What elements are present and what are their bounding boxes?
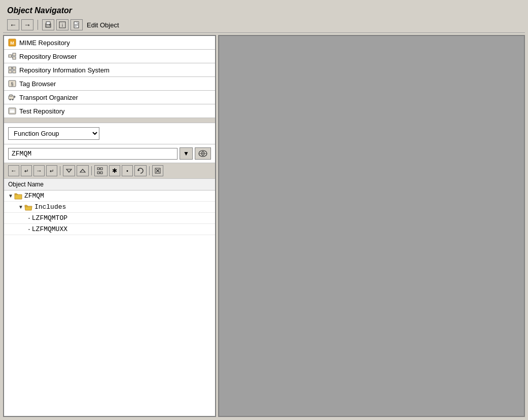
display-object-icon: [198, 149, 207, 158]
forward-button[interactable]: →: [21, 19, 33, 30]
svg-rect-41: [100, 168, 102, 170]
toolbar-separator-1: [38, 20, 38, 30]
svg-marker-46: [138, 169, 140, 171]
svg-rect-40: [97, 168, 99, 170]
edit-object-label: Edit Object: [87, 21, 119, 29]
sec-asterisk-button[interactable]: ✱: [109, 165, 120, 176]
dropdown-arrow-button[interactable]: ▼: [180, 147, 193, 160]
display-object-button[interactable]: [195, 147, 211, 160]
tree-root-label: ZFMQM: [24, 192, 44, 200]
tree-row[interactable]: ▼ ZFMQM: [4, 190, 215, 202]
tree-bullet-1: •: [28, 216, 30, 220]
sec-forward-enter-button[interactable]: ↵: [46, 165, 57, 176]
svg-rect-12: [9, 55, 12, 57]
svg-marker-38: [66, 169, 72, 172]
svg-marker-39: [80, 169, 85, 172]
page-title: Object Navigator: [7, 6, 72, 15]
search-input[interactable]: [8, 148, 178, 160]
tag-browser-icon: §: [8, 80, 16, 88]
sec-separator-2: [91, 166, 92, 175]
nav-item-repo-browser[interactable]: Repository Browser: [4, 50, 215, 63]
svg-rect-1: [46, 22, 50, 24]
sec-forward-button[interactable]: →: [33, 165, 45, 176]
content-area: M MIME Repository Repository Browser: [3, 35, 525, 417]
tree-toggle-root: ▼: [8, 193, 13, 199]
edit-object-icon-button[interactable]: [71, 19, 83, 30]
test-repo-icon: [8, 107, 16, 115]
close-icon: [155, 168, 161, 174]
nav-repo-browser-label: Repository Browser: [19, 53, 77, 60]
svg-point-27: [12, 99, 14, 100]
svg-text:M: M: [10, 41, 14, 46]
svg-rect-25: [10, 95, 12, 96]
sec-refresh-button[interactable]: [134, 165, 147, 176]
expand-icon: [79, 168, 86, 174]
title-bar: Object Navigator: [3, 3, 525, 17]
main-toolbar: ← → i: [3, 17, 525, 33]
tree-row[interactable]: • LZFMQMUXX: [4, 224, 215, 235]
svg-rect-19: [9, 70, 12, 73]
svg-text:S: S: [11, 66, 14, 70]
svg-rect-14: [13, 57, 16, 59]
tree-header-label: Object Name: [8, 181, 44, 188]
svg-rect-42: [97, 172, 99, 174]
tree-area: Object Name ▼ ZFMQM ▼: [4, 179, 215, 416]
sec-tree-button[interactable]: [94, 165, 108, 176]
nav-mime-label: MIME Repository: [19, 39, 70, 47]
svg-rect-20: [13, 70, 16, 73]
svg-rect-2: [46, 25, 50, 27]
folder-icon: [14, 192, 22, 200]
nav-item-repo-info[interactable]: S Repository Information System: [4, 63, 215, 77]
sec-expand-button[interactable]: [77, 165, 89, 176]
tree-lzfmqmuxx-label: LZFMQMUXX: [32, 225, 67, 233]
sec-separator-1: [60, 166, 60, 175]
sec-collapse-button[interactable]: [63, 165, 75, 176]
svg-text:§: §: [11, 81, 13, 86]
right-panel: [218, 35, 525, 417]
nav-tag-browser-label: Tag Browser: [19, 80, 56, 88]
repo-info-icon: S: [8, 66, 16, 74]
repo-browser-icon: [8, 52, 16, 60]
info-button[interactable]: i: [56, 19, 68, 30]
tree-bullet-2: •: [28, 227, 30, 232]
folder-open-icon: [24, 203, 32, 211]
nav-item-transport[interactable]: Transport Organizer: [4, 91, 215, 104]
tree-header: Object Name: [4, 179, 215, 190]
input-area: ▼: [4, 144, 215, 163]
sec-separator-3: [149, 166, 150, 175]
nav-item-tag-browser[interactable]: § Tag Browser: [4, 77, 215, 91]
main-container: Object Navigator ← → i: [0, 0, 528, 420]
back-button[interactable]: ←: [7, 19, 19, 30]
section-gap: [4, 118, 215, 123]
collapse-icon: [65, 168, 73, 174]
tree-row[interactable]: • LZFMQMTOP: [4, 213, 215, 224]
svg-text:i: i: [62, 23, 63, 28]
tree-empty-space: [4, 235, 215, 336]
dropdown-area: Function Group Program Class Interface T…: [4, 123, 215, 144]
tree-row[interactable]: ▼ Includes: [4, 202, 215, 213]
nav-item-test-repo[interactable]: Test Repository: [4, 104, 215, 118]
print-button[interactable]: [42, 19, 54, 30]
refresh-icon: [137, 167, 144, 174]
sec-back-button[interactable]: ←: [8, 165, 19, 176]
tree-toggle-includes: ▼: [18, 204, 23, 210]
svg-point-26: [10, 99, 11, 100]
sec-dot-button[interactable]: •: [122, 165, 133, 176]
tree-lzfmqmtop-label: LZFMQMTOP: [32, 214, 67, 222]
svg-rect-43: [100, 172, 102, 174]
nav-test-repo-label: Test Repository: [19, 107, 65, 115]
tree-includes-label: Includes: [34, 203, 66, 211]
sec-back-enter-button[interactable]: ↵: [21, 165, 32, 176]
left-panel: M MIME Repository Repository Browser: [3, 35, 216, 417]
tree-icon: [97, 167, 105, 174]
svg-point-3: [49, 24, 50, 25]
nav-repo-info-label: Repository Information System: [19, 66, 110, 74]
nav-transport-label: Transport Organizer: [19, 94, 78, 101]
mime-icon: M: [8, 39, 16, 47]
secondary-toolbar: ← ↵ → ↵: [4, 163, 215, 179]
print-icon: [45, 21, 52, 28]
sec-close-button[interactable]: [152, 165, 163, 176]
nav-item-mime[interactable]: M MIME Repository: [4, 36, 215, 50]
info-icon: i: [59, 21, 66, 28]
object-type-dropdown[interactable]: Function Group Program Class Interface T…: [8, 127, 99, 140]
